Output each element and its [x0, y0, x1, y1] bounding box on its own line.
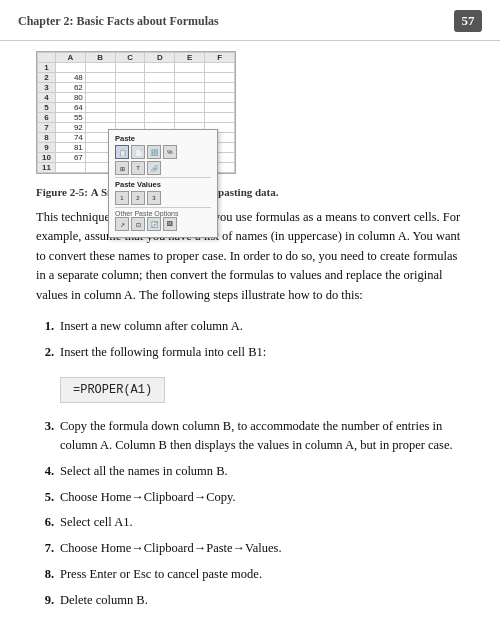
step-num-1: 1. — [36, 317, 54, 336]
list-item: 6. Select cell A1. — [36, 513, 464, 532]
step-text-4: Select all the names in column B. — [60, 462, 228, 481]
step-text-5: Choose Home→Clipboard→Copy. — [60, 488, 236, 507]
figure-container: A B C D E F 1 248 362 480 564 655 792 87… — [36, 51, 464, 198]
paste-icon-2[interactable]: 📄 — [131, 145, 145, 159]
list-item: 9. Delete column B. — [36, 591, 464, 610]
paste-popup: Paste 📋 📄 🔢 % ⊞ T 🔗 Paste Values — [108, 129, 218, 238]
other-paste-label: Other Paste Options — [115, 210, 211, 217]
step-num-3: 3. — [36, 417, 54, 455]
step-text-2: Insert the following formula into cell B… — [60, 343, 266, 362]
paste-icons-row-2: ⊞ T 🔗 — [115, 161, 211, 175]
list-item: 1. Insert a new column after column A. — [36, 317, 464, 336]
step-num-7: 7. — [36, 539, 54, 558]
step-num-5: 5. — [36, 488, 54, 507]
step-text-9: Delete column B. — [60, 591, 148, 610]
paste-icon-4[interactable]: % — [163, 145, 177, 159]
paste-other-icons: ↗ ⊡ 🔄 🖼 — [115, 217, 211, 231]
page-number: 57 — [454, 10, 482, 32]
step-num-8: 8. — [36, 565, 54, 584]
main-content: A B C D E F 1 248 362 480 564 655 792 87… — [0, 51, 500, 627]
body-text: This technique is very useful when you u… — [36, 208, 464, 305]
step-num-6: 6. — [36, 513, 54, 532]
step-text-7: Choose Home→Clipboard→Paste→Values. — [60, 539, 282, 558]
list-item: 4. Select all the names in column B. — [36, 462, 464, 481]
paste-other-icon-3[interactable]: 🔄 — [147, 217, 161, 231]
paste-icon-3[interactable]: 🔢 — [147, 145, 161, 159]
paste-other-icon-2[interactable]: ⊡ — [131, 217, 145, 231]
step-text-8: Press Enter or Esc to cancel paste mode. — [60, 565, 262, 584]
figure-caption-bold: Figure 2-5: — [36, 186, 88, 198]
page-header: Chapter 2: Basic Facts about Formulas 57 — [0, 0, 500, 41]
paste-other-icon-1[interactable]: ↗ — [115, 217, 129, 231]
chapter-title: Chapter 2: Basic Facts about Formulas — [18, 14, 219, 29]
chapter-subtitle: Basic Facts about Formulas — [76, 14, 218, 28]
paste-icon-1[interactable]: 📋 — [115, 145, 129, 159]
paste-icon-5[interactable]: ⊞ — [115, 161, 129, 175]
steps-list-2: 3. Copy the formula down column B, to ac… — [36, 417, 464, 609]
step-num-2: 2. — [36, 343, 54, 362]
paste-other-icon-4[interactable]: 🖼 — [163, 217, 177, 231]
paste-val-icon-3[interactable]: 3 — [147, 191, 161, 205]
step-num-4: 4. — [36, 462, 54, 481]
paste-label: Paste — [115, 134, 211, 143]
step-num-9: 9. — [36, 591, 54, 610]
paste-icon-6[interactable]: T — [131, 161, 145, 175]
paste-divider-2 — [115, 207, 211, 208]
paste-divider-1 — [115, 177, 211, 178]
step-text-1: Insert a new column after column A. — [60, 317, 243, 336]
paste-values-label: Paste Values — [115, 180, 211, 189]
paste-icon-7[interactable]: 🔗 — [147, 161, 161, 175]
chapter-bold: Chapter 2: — [18, 14, 73, 28]
list-item: 7. Choose Home→Clipboard→Paste→Values. — [36, 539, 464, 558]
step-text-3: Copy the formula down column B, to accom… — [60, 417, 464, 455]
list-item: 2. Insert the following formula into cel… — [36, 343, 464, 362]
paste-val-icon-1[interactable]: 1 — [115, 191, 129, 205]
list-item: 8. Press Enter or Esc to cancel paste mo… — [36, 565, 464, 584]
list-item: 5. Choose Home→Clipboard→Copy. — [36, 488, 464, 507]
step-text-6: Select cell A1. — [60, 513, 133, 532]
paste-val-icon-2[interactable]: 2 — [131, 191, 145, 205]
paste-values-row: 1 2 3 — [115, 191, 211, 205]
formula-box: =PROPER(A1) — [60, 377, 165, 403]
steps-list: 1. Insert a new column after column A. 2… — [36, 317, 464, 362]
figure-caption: Figure 2-5: A Smart Tag appears after pa… — [36, 186, 464, 198]
paste-icons-row: 📋 📄 🔢 % — [115, 145, 211, 159]
list-item: 3. Copy the formula down column B, to ac… — [36, 417, 464, 455]
